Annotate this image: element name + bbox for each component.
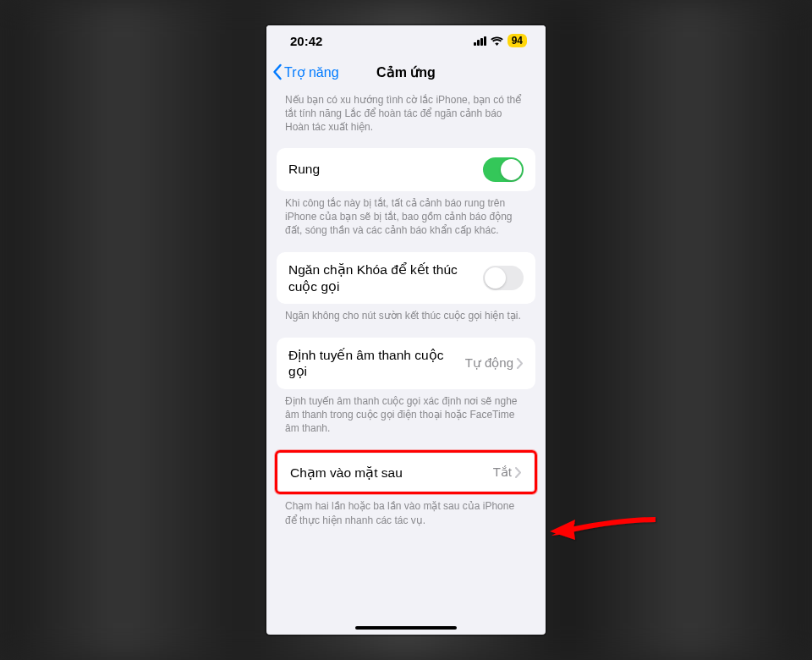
intro-footer: Nếu bạn có xu hướng tình cờ lắc iPhone, … (277, 88, 535, 148)
audio-routing-footer: Định tuyến âm thanh cuộc gọi xác định nơ… (277, 389, 535, 449)
wifi-icon (491, 36, 503, 46)
chevron-left-icon (272, 63, 283, 80)
nav-bar: Trợ năng Cảm ứng (266, 56, 546, 88)
battery-badge: 94 (508, 34, 527, 47)
chevron-right-icon (517, 358, 524, 369)
back-label: Trợ năng (284, 64, 339, 80)
home-indicator[interactable] (355, 626, 457, 630)
lock-end-call-row[interactable]: Ngăn chặn Khóa để kết thúc cuộc gọi (277, 252, 535, 304)
lock-end-call-toggle[interactable] (483, 266, 524, 290)
back-tap-group: Chạm vào mặt sau Tắt Chạm hai lần hoặc b… (277, 450, 535, 540)
back-button[interactable]: Trợ năng (272, 63, 339, 80)
phone-frame: 20:42 94 Trợ năng Cảm ứng Nếu bạn có xu … (266, 25, 546, 635)
audio-routing-group: Định tuyến âm thanh cuộc gọi Tự động Địn… (277, 338, 535, 448)
highlight-annotation: Chạm vào mặt sau Tắt (275, 450, 537, 494)
vibration-label: Rung (288, 161, 483, 177)
status-bar: 20:42 94 (266, 25, 546, 56)
status-time: 20:42 (290, 34, 322, 48)
vibration-row[interactable]: Rung (277, 148, 535, 191)
lock-end-call-label: Ngăn chặn Khóa để kết thúc cuộc gọi (288, 261, 483, 294)
nav-title: Cảm ứng (376, 64, 436, 80)
vibration-group: Rung Khi công tắc này bị tắt, tất cả cản… (277, 148, 535, 251)
content-scroll[interactable]: Nếu bạn có xu hướng tình cờ lắc iPhone, … (266, 88, 546, 635)
vibration-footer: Khi công tắc này bị tắt, tất cả cảnh báo… (277, 191, 535, 251)
audio-routing-value: Tự động (465, 355, 524, 371)
back-tap-row[interactable]: Chạm vào mặt sau Tắt (278, 454, 534, 491)
lock-end-call-footer: Ngăn không cho nút sườn kết thúc cuộc gọ… (277, 304, 535, 336)
back-tap-footer: Chạm hai lần hoặc ba lần vào mặt sau của… (277, 494, 535, 540)
back-tap-value: Tắt (493, 465, 522, 480)
status-right: 94 (474, 34, 527, 47)
chevron-right-icon (515, 467, 522, 478)
lock-end-call-group: Ngăn chặn Khóa để kết thúc cuộc gọi Ngăn… (277, 252, 535, 336)
back-tap-label: Chạm vào mặt sau (290, 465, 493, 481)
audio-routing-row[interactable]: Định tuyến âm thanh cuộc gọi Tự động (277, 338, 535, 389)
audio-routing-label: Định tuyến âm thanh cuộc gọi (288, 347, 465, 380)
vibration-toggle[interactable] (483, 157, 524, 182)
cellular-icon (474, 36, 486, 46)
